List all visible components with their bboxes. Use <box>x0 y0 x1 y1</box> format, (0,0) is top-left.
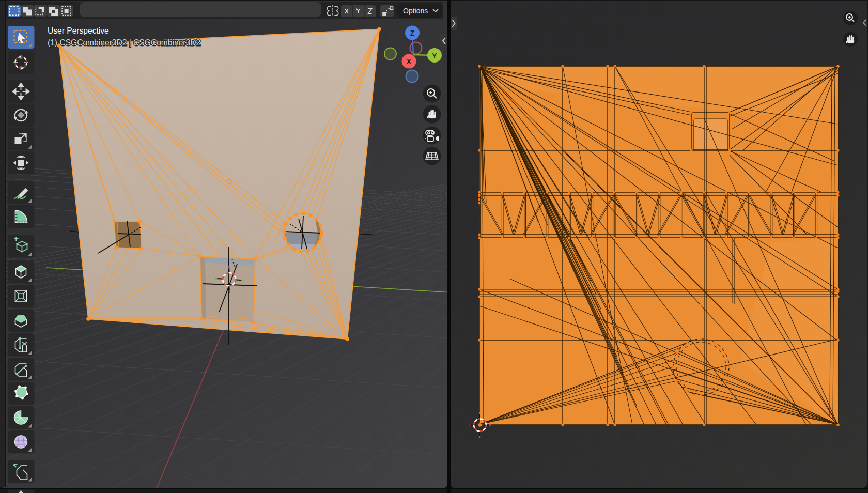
svg-text:Y: Y <box>432 52 437 60</box>
svg-text:Options: Options <box>403 7 428 15</box>
svg-text:X: X <box>407 57 412 66</box>
svg-text:Z: Z <box>410 29 415 37</box>
svg-text:(1) CSGCombiner3D2 | CSGCombin: (1) CSGCombiner3D2 | CSGCombiner3D2 <box>48 38 200 47</box>
svg-text:User Perspective: User Perspective <box>48 26 109 35</box>
